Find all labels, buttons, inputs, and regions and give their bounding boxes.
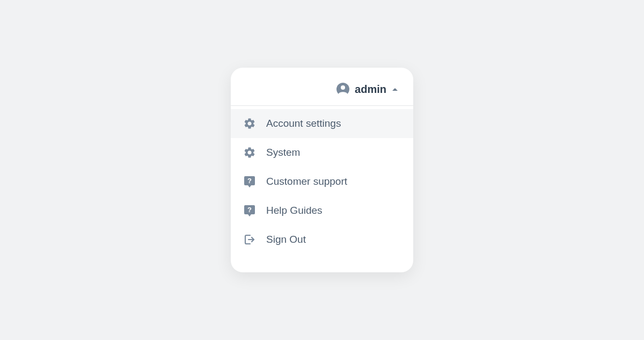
svg-point-1 [341, 85, 345, 90]
menu-header: admin [231, 83, 413, 105]
sign-out-icon [243, 233, 257, 247]
user-avatar-icon [336, 83, 349, 96]
svg-text:?: ? [247, 206, 252, 214]
menu-item-label: Sign Out [266, 234, 306, 245]
gear-icon [243, 146, 257, 160]
user-menu-panel: admin Account settings Sys [231, 68, 413, 272]
menu-item-help-guides[interactable]: ? Help Guides [231, 196, 413, 225]
menu-item-customer-support[interactable]: ? Customer support [231, 167, 413, 196]
menu-item-sign-out[interactable]: Sign Out [231, 225, 413, 254]
user-dropdown-toggle[interactable]: admin [336, 83, 398, 96]
help-icon: ? [243, 175, 257, 189]
gear-icon [243, 117, 257, 131]
menu-item-label: Customer support [266, 176, 347, 187]
help-icon: ? [243, 204, 257, 218]
menu-item-label: System [266, 147, 300, 158]
menu-list: Account settings System ? Customer suppo… [231, 106, 413, 267]
svg-text:?: ? [247, 177, 252, 185]
menu-item-system[interactable]: System [231, 138, 413, 167]
menu-item-label: Help Guides [266, 205, 323, 216]
username-label: admin [355, 83, 386, 96]
menu-item-account-settings[interactable]: Account settings [231, 109, 413, 138]
caret-up-icon [392, 87, 398, 91]
menu-item-label: Account settings [266, 118, 341, 129]
